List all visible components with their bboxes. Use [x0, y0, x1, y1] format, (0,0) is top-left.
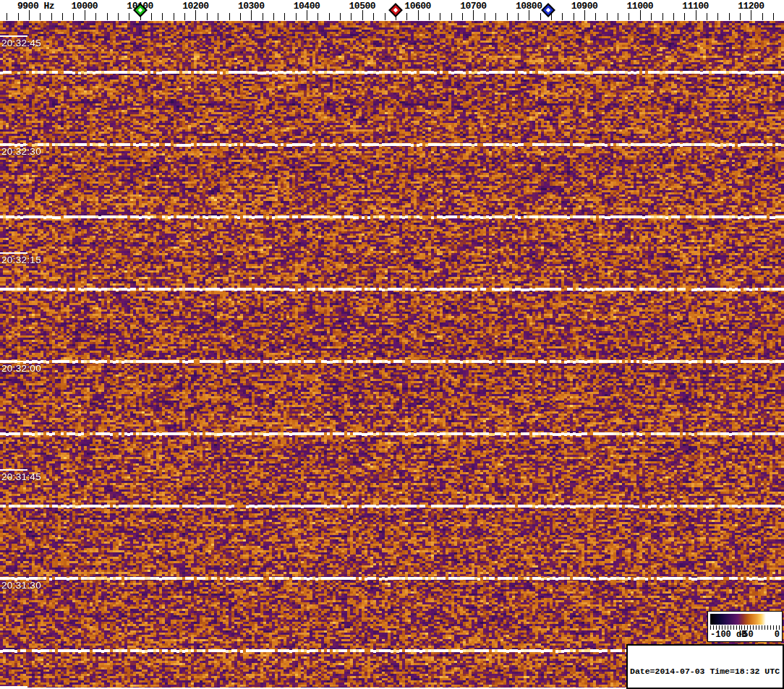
time-tick-label: 20:32:00: [1, 363, 41, 374]
ruler-tick: [385, 13, 385, 20]
ruler-tick: [29, 10, 30, 20]
freq-label: 11000: [627, 1, 654, 12]
ruler-tick: [640, 10, 641, 20]
ruler-tick: [651, 13, 652, 20]
time-tick-label: 20:31:30: [1, 580, 41, 591]
ruler-tick: [717, 13, 718, 20]
freq-marker-red-icon[interactable]: [388, 2, 404, 18]
ruler-tick: [595, 13, 596, 20]
ruler-tick: [240, 13, 241, 20]
ruler-tick: [162, 13, 163, 20]
ruler-tick: [18, 13, 19, 20]
ruler-tick: [107, 13, 108, 20]
ruler-tick: [73, 13, 74, 20]
ruler-tick: [129, 13, 129, 20]
ruler-tick: [340, 13, 341, 20]
time-tick-label: 20:32:30: [1, 146, 41, 157]
ruler-tick: [284, 13, 285, 20]
ruler-tick: [418, 10, 419, 20]
freq-label: 10300: [238, 1, 265, 12]
ruler-tick: [507, 13, 508, 20]
ruler-tick: [429, 13, 430, 20]
ruler-tick: [673, 13, 674, 20]
ruler-tick: [184, 13, 185, 20]
ruler-tick: [151, 13, 152, 20]
spectrogram-waterfall: [0, 21, 784, 689]
colorbar-mid-label: -50: [738, 630, 754, 640]
ruler-tick: [485, 13, 485, 20]
ruler-tick: [296, 13, 297, 20]
ruler-tick: [451, 13, 452, 20]
freq-label: 10600: [404, 1, 431, 12]
colorbar-max-label: 0: [775, 630, 780, 640]
ruler-tick: [751, 10, 751, 20]
ruler-tick: [40, 13, 41, 20]
ruler-tick: [518, 13, 519, 20]
observation-info-box: Date=2014-07-03 Time=18:32 UTC Freq=143 …: [626, 644, 784, 689]
freq-marker-green-icon[interactable]: [132, 2, 148, 18]
ruler-tick: [529, 10, 529, 20]
ruler-tick: [562, 13, 563, 20]
ruler-tick: [118, 13, 119, 20]
ruler-tick: [584, 10, 585, 20]
ruler-tick: [263, 13, 263, 20]
ruler-tick: [85, 10, 85, 20]
freq-label: 11200: [738, 1, 764, 12]
colorbar-gradient: [710, 614, 780, 625]
ruler-tick: [607, 13, 608, 20]
time-tick-label: 20:31:45: [1, 471, 41, 482]
ruler-tick: [329, 13, 330, 20]
ruler-tick: [574, 13, 574, 20]
time-tick-label: 20:32:15: [1, 254, 41, 265]
time-tick-label: 20:32:45: [1, 38, 41, 48]
freq-label: 9900 Hz: [17, 1, 54, 12]
ruler-tick: [495, 13, 496, 20]
ruler-tick: [351, 13, 351, 20]
ruler-tick: [440, 13, 440, 20]
freq-label: 10800: [516, 1, 542, 12]
colorbar-legend: -100 dB -50 0: [707, 611, 783, 642]
ruler-tick: [762, 13, 763, 20]
ruler-tick: [229, 13, 230, 20]
ruler-tick: [684, 13, 685, 20]
ruler-tick: [207, 13, 208, 20]
info-date-time: Date=2014-07-03 Time=18:32 UTC: [630, 667, 780, 677]
ruler-tick: [662, 13, 663, 20]
freq-label: 11100: [682, 1, 709, 12]
ruler-tick: [7, 13, 7, 20]
frequency-ruler: 9900 Hz100001010010200103001040010500106…: [0, 0, 784, 21]
waterfall-display: 9900 Hz100001010010200103001040010500106…: [0, 0, 784, 689]
ruler-tick: [307, 10, 307, 20]
ruler-tick: [473, 10, 474, 20]
ruler-tick: [406, 13, 407, 20]
freq-label: 10000: [72, 1, 98, 12]
ruler-tick: [629, 13, 629, 20]
ruler-tick: [251, 10, 252, 20]
ruler-tick: [707, 13, 707, 20]
ruler-tick: [51, 13, 52, 20]
ruler-tick: [174, 13, 174, 20]
ruler-tick: [773, 13, 774, 20]
freq-marker-blue-icon[interactable]: [540, 2, 556, 18]
ruler-tick: [696, 10, 696, 20]
freq-label: 10700: [460, 1, 487, 12]
freq-label: 10200: [182, 1, 209, 12]
ruler-tick: [373, 13, 374, 20]
ruler-tick: [618, 13, 618, 20]
ruler-tick: [318, 13, 318, 20]
ruler-tick: [195, 10, 196, 20]
freq-label: 10500: [349, 1, 376, 12]
ruler-tick: [729, 13, 730, 20]
ruler-tick: [740, 13, 741, 20]
freq-label: 10400: [294, 1, 320, 12]
ruler-tick: [95, 13, 96, 20]
freq-label: 10900: [571, 1, 598, 12]
ruler-tick: [218, 13, 218, 20]
ruler-tick: [462, 13, 463, 20]
ruler-tick: [62, 13, 63, 20]
colorbar-labels: -100 dB -50 0: [710, 630, 780, 640]
ruler-tick: [362, 10, 363, 20]
ruler-tick: [273, 13, 274, 20]
